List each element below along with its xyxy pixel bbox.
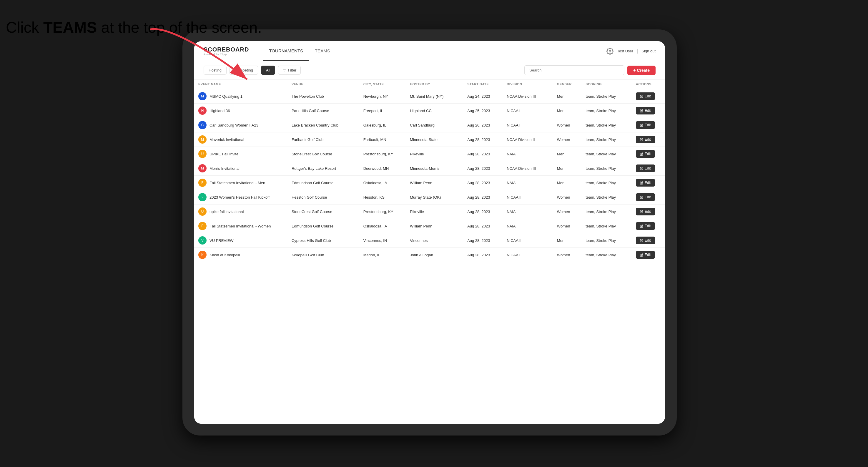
cell-venue: StoneCrest Golf Course [287,147,359,161]
cell-city: Hesston, KS [359,190,406,205]
edit-button[interactable]: Edit [636,150,655,158]
cell-division: NICAA I [502,118,553,132]
cell-hosted-by: Mt. Saint Mary (NY) [406,89,463,103]
edit-icon [640,109,643,113]
edit-icon [640,124,643,127]
cell-division: NCAA Division III [502,89,553,103]
table-body: M MSMC Qualifying 1 The Powelton Club Ne… [194,89,665,262]
edit-button[interactable]: Edit [636,208,655,215]
cell-start-date: Aug 24, 2023 [463,89,502,103]
cell-division: NICAA I [502,248,553,262]
edit-button[interactable]: Edit [636,222,655,230]
sign-out-link[interactable]: Sign out [642,49,656,53]
team-logo: M [198,135,207,144]
event-name-text: MSMC Qualifying 1 [210,94,243,99]
event-name-text: Maverick Invitational [210,137,244,142]
cell-start-date: Aug 26, 2023 [463,118,502,132]
edit-button[interactable]: Edit [636,92,655,100]
settings-icon[interactable] [607,48,614,55]
team-logo: F [198,179,207,187]
cell-event-name: F Fall Statesmen Invitational - Women [194,219,287,234]
edit-icon [640,152,643,156]
cell-hosted-by: Murray State (OK) [406,190,463,205]
cell-gender: Men [553,176,582,190]
event-name-text: Fall Statesmen Invitational - Men [210,181,265,185]
cell-start-date: Aug 28, 2023 [463,234,502,248]
cell-actions: Edit [632,118,665,132]
cell-actions: Edit [632,234,665,248]
cell-city: Oskaloosa, IA [359,176,406,190]
cell-venue: Hesston Golf Course [287,190,359,205]
edit-button[interactable]: Edit [636,193,655,201]
edit-button[interactable]: Edit [636,107,655,115]
cell-division: NAIA [502,205,553,219]
edit-icon [640,224,643,228]
team-logo: 2 [198,193,207,201]
cell-event-name: M MSMC Qualifying 1 [194,89,287,103]
cell-city: Prestonsburg, KY [359,205,406,219]
edit-button[interactable]: Edit [636,251,655,259]
cell-actions: Edit [632,103,665,118]
col-header-scoring: SCORING [581,80,632,89]
edit-button[interactable]: Edit [636,136,655,143]
cell-actions: Edit [632,147,665,161]
edit-icon [640,196,643,199]
table-row: M Morris Invitational Ruttger's Bay Lake… [194,161,665,176]
cell-division: NCAA Division III [502,161,553,176]
cell-city: Newburgh, NY [359,89,406,103]
filter-icon [282,68,286,72]
edit-button[interactable]: Edit [636,179,655,187]
create-button[interactable]: + Create [627,66,656,75]
cell-venue: Ruttger's Bay Lake Resort [287,161,359,176]
edit-icon [640,181,643,185]
nav-tab-tournaments[interactable]: TOURNAMENTS [263,41,309,61]
cell-division: NICAA II [502,190,553,205]
cell-venue: Cypress Hills Golf Club [287,234,359,248]
cell-city: Deerwood, MN [359,161,406,176]
cell-city: Oskaloosa, IA [359,219,406,234]
col-header-venue: VENUE [287,80,359,89]
cell-actions: Edit [632,132,665,147]
cell-gender: Women [553,118,582,132]
event-name-text: UPIKE Fall Invite [210,152,238,156]
cell-venue: The Powelton Club [287,89,359,103]
edit-button[interactable]: Edit [636,164,655,172]
event-name-text: Morris Invitational [210,166,240,171]
cell-division: NICAA I [502,103,553,118]
cell-actions: Edit [632,161,665,176]
filter-options-btn[interactable]: Filter [278,66,301,75]
search-input[interactable] [524,65,624,75]
table-row: K Klash at Kokopelli Kokopelli Golf Club… [194,248,665,262]
cell-venue: Lake Bracken Country Club [287,118,359,132]
nav-tabs: TOURNAMENTS TEAMS [263,41,607,61]
table-row: F Fall Statesmen Invitational - Women Ed… [194,219,665,234]
cell-gender: Men [553,234,582,248]
edit-button[interactable]: Edit [636,237,655,244]
svg-point-1 [609,50,611,52]
cell-actions: Edit [632,89,665,103]
cell-scoring: team, Stroke Play [581,176,632,190]
nav-tab-teams[interactable]: TEAMS [309,41,336,61]
cell-hosted-by: Pikeville [406,205,463,219]
cell-scoring: team, Stroke Play [581,234,632,248]
cell-venue: Faribault Golf Club [287,132,359,147]
table-row: 2 2023 Women's Hesston Fall Kickoff Hess… [194,190,665,205]
cell-scoring: team, Stroke Play [581,219,632,234]
team-logo: M [198,92,207,100]
cell-event-name: H Highland 36 [194,103,287,118]
cell-hosted-by: Carl Sandburg [406,118,463,132]
cell-gender: Women [553,132,582,147]
cell-venue: StoneCrest Golf Course [287,205,359,219]
team-logo: C [198,121,207,129]
edit-icon [640,210,643,213]
cell-event-name: U upike fall invitational [194,205,287,219]
edit-button[interactable]: Edit [636,121,655,129]
cell-hosted-by: Minnesota-Morris [406,161,463,176]
app-header: SCOREBOARD Powered by Clippi TOURNAMENTS… [194,41,665,61]
edit-icon [640,167,643,170]
cell-hosted-by: Minnesota State [406,132,463,147]
cell-venue: Kokopelli Golf Club [287,248,359,262]
arrow-indicator [141,24,265,88]
cell-event-name: M Maverick Invitational [194,132,287,147]
cell-division: NCAA Division II [502,132,553,147]
